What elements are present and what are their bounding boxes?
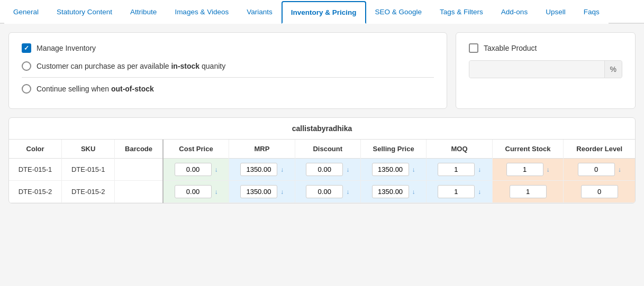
percent-input-row: % xyxy=(469,60,622,78)
fill-down-arrow[interactable]: ↓ xyxy=(478,188,481,196)
col-selling-price: Selling Price xyxy=(360,140,426,159)
col-current-stock: Current Stock xyxy=(492,140,564,159)
cell-input[interactable] xyxy=(372,185,409,198)
out-of-stock-bold: out-of-stock xyxy=(111,85,154,93)
out-of-stock-radio[interactable] xyxy=(22,84,31,94)
col-cost-price: Cost Price xyxy=(163,140,229,159)
manage-inventory-checkbox[interactable] xyxy=(22,43,31,53)
cell-text: DTE-015-2 xyxy=(9,181,62,203)
manage-inventory-label: Manage Inventory xyxy=(37,44,96,52)
fill-down-arrow[interactable]: ↓ xyxy=(478,166,481,173)
cell-input[interactable] xyxy=(306,185,343,198)
cell-input[interactable] xyxy=(506,163,543,176)
in-stock-radio-row: Customer can purchase as per available i… xyxy=(22,61,434,71)
manage-inventory-row: Manage Inventory xyxy=(22,43,434,53)
fill-down-arrow[interactable]: ↓ xyxy=(280,166,284,173)
tax-card: Taxable Product % xyxy=(456,32,636,109)
in-stock-bold: in-stock xyxy=(171,62,199,70)
table-row: DTE-015-1DTE-015-1↓↓↓↓↓↓↓ xyxy=(9,159,635,181)
fill-down-arrow[interactable]: ↓ xyxy=(547,166,550,173)
table-row: DTE-015-2DTE-015-2↓↓↓↓↓ xyxy=(9,181,635,203)
cell-input[interactable] xyxy=(438,163,475,176)
pricing-table: Color SKU Barcode Cost Price MRP Discoun… xyxy=(9,140,635,203)
cell-input[interactable] xyxy=(175,185,212,198)
col-moq: MOQ xyxy=(427,140,492,159)
out-of-stock-label: Continue selling when out-of-stock xyxy=(37,85,154,93)
tab-add-ons[interactable]: Add-ons xyxy=(492,1,537,24)
cell-input[interactable] xyxy=(372,163,409,176)
percent-symbol: % xyxy=(604,61,622,78)
tab-images-videos[interactable]: Images & Videos xyxy=(166,1,238,24)
fill-down-arrow[interactable]: ↓ xyxy=(215,188,218,196)
tab-inventory-pricing[interactable]: Inventory & Pricing xyxy=(282,1,366,24)
table-header-row: Color SKU Barcode Cost Price MRP Discoun… xyxy=(9,140,635,159)
in-stock-label: Customer can purchase as per available i… xyxy=(37,62,225,70)
tabs-bar: General Statutory Content Attribute Imag… xyxy=(0,0,644,24)
fill-down-arrow[interactable]: ↓ xyxy=(412,188,415,196)
tab-faqs[interactable]: Faqs xyxy=(575,1,609,24)
tab-statutory-content[interactable]: Statutory Content xyxy=(48,1,121,24)
fill-down-arrow[interactable]: ↓ xyxy=(412,166,415,173)
col-barcode: Barcode xyxy=(115,140,163,159)
in-stock-radio[interactable] xyxy=(22,61,31,71)
fill-down-arrow[interactable]: ↓ xyxy=(618,166,621,173)
col-discount: Discount xyxy=(295,140,360,159)
cell-text xyxy=(115,181,163,203)
cell-input[interactable] xyxy=(240,185,277,198)
tab-seo-google[interactable]: SEO & Google xyxy=(366,1,431,24)
fill-down-arrow[interactable]: ↓ xyxy=(215,166,218,173)
table-title: callistabyradhika xyxy=(9,118,635,140)
inventory-section: Manage Inventory Customer can purchase a… xyxy=(8,32,636,109)
col-reorder-level: Reorder Level xyxy=(564,140,635,159)
tab-upsell[interactable]: Upsell xyxy=(537,1,575,24)
cell-input[interactable] xyxy=(175,163,212,176)
cell-input[interactable] xyxy=(306,163,343,176)
cell-text: DTE-015-1 xyxy=(9,159,62,181)
cell-text: DTE-015-1 xyxy=(62,159,115,181)
col-mrp: MRP xyxy=(229,140,295,159)
tab-attribute[interactable]: Attribute xyxy=(121,1,166,24)
col-color: Color xyxy=(9,140,62,159)
cell-input[interactable] xyxy=(438,185,475,198)
taxable-row: Taxable Product xyxy=(469,43,622,53)
out-of-stock-radio-row: Continue selling when out-of-stock xyxy=(22,84,434,94)
fill-down-arrow[interactable]: ↓ xyxy=(280,188,284,196)
cell-text: DTE-015-2 xyxy=(62,181,115,203)
tab-variants[interactable]: Variants xyxy=(238,1,282,24)
col-sku: SKU xyxy=(62,140,115,159)
divider-1 xyxy=(22,77,434,78)
cell-input[interactable] xyxy=(581,185,618,198)
cell-text xyxy=(115,159,163,181)
cell-input[interactable] xyxy=(240,163,277,176)
cell-input[interactable] xyxy=(578,163,615,176)
main-content: Manage Inventory Customer can purchase a… xyxy=(0,24,644,212)
tab-general[interactable]: General xyxy=(4,1,48,24)
tab-tags-filters[interactable]: Tags & Filters xyxy=(431,1,492,24)
taxable-checkbox[interactable] xyxy=(469,43,478,53)
fill-down-arrow[interactable]: ↓ xyxy=(346,166,349,173)
table-section: callistabyradhika Color SKU Barcode Cost… xyxy=(8,117,636,204)
fill-down-arrow[interactable]: ↓ xyxy=(346,188,349,196)
taxable-label: Taxable Product xyxy=(484,44,537,52)
inventory-card: Manage Inventory Customer can purchase a… xyxy=(8,32,447,109)
cell-input[interactable] xyxy=(510,185,547,198)
percent-input[interactable] xyxy=(469,61,604,78)
